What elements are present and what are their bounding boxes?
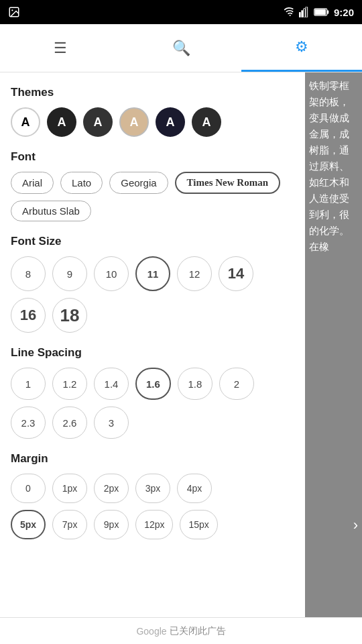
size-16[interactable]: 16 bbox=[11, 298, 46, 333]
time-display: 9:20 bbox=[334, 7, 354, 18]
font-times-new-roman[interactable]: Times New Roman bbox=[175, 172, 280, 194]
settings-panel: Themes A A A A A A Font Arial Lato Georg… bbox=[0, 72, 305, 617]
spacing-2-3[interactable]: 2.3 bbox=[11, 407, 46, 439]
spacing-3[interactable]: 3 bbox=[94, 407, 129, 439]
font-title: Font bbox=[11, 150, 294, 164]
font-size-row: 8 9 10 11 12 14 16 18 bbox=[11, 256, 294, 333]
font-size-title: Font Size bbox=[11, 235, 294, 248]
nav-bar: ☰ 🔍 ⚙ bbox=[0, 24, 362, 72]
signal-icon bbox=[299, 7, 310, 17]
theme-tan[interactable]: A bbox=[119, 107, 149, 137]
themes-title: Themes bbox=[11, 86, 294, 99]
theme-dark3[interactable]: A bbox=[156, 107, 185, 137]
svg-rect-5 bbox=[304, 9, 306, 17]
theme-dark2[interactable]: A bbox=[83, 107, 113, 137]
spacing-1[interactable]: 1 bbox=[11, 368, 46, 400]
font-georgia[interactable]: Georgia bbox=[109, 172, 168, 194]
margin-4px[interactable]: 4px bbox=[177, 474, 212, 503]
ad-text: 已关闭此广告 bbox=[170, 625, 226, 637]
spacing-1-6[interactable]: 1.6 bbox=[135, 368, 171, 400]
settings-icon: ⚙ bbox=[295, 38, 308, 56]
margin-1px[interactable]: 1px bbox=[52, 474, 87, 503]
nav-tab-settings[interactable]: ⚙ bbox=[241, 24, 362, 72]
size-10[interactable]: 10 bbox=[94, 256, 129, 291]
search-icon: 🔍 bbox=[172, 40, 190, 57]
svg-point-1 bbox=[11, 9, 13, 11]
font-arial[interactable]: Arial bbox=[11, 172, 54, 194]
status-right-icons: 9:20 bbox=[284, 7, 354, 18]
battery-icon bbox=[314, 7, 330, 17]
spacing-2-6[interactable]: 2.6 bbox=[52, 407, 87, 439]
side-panel-text: 铁制零框架的板，变具做成金属，成树脂，通过原料、如红木和人造使受到利，很的化学。… bbox=[309, 80, 349, 252]
image-icon bbox=[8, 6, 20, 18]
size-18[interactable]: 18 bbox=[52, 298, 87, 333]
side-panel: 铁制零框架的板，变具做成金属，成树脂，通过原料、如红木和人造使受到利，很的化学。… bbox=[305, 72, 362, 617]
svg-rect-8 bbox=[327, 10, 329, 13]
svg-rect-9 bbox=[315, 9, 326, 15]
margin-12px[interactable]: 12px bbox=[135, 510, 173, 539]
theme-dark4[interactable]: A bbox=[192, 107, 221, 137]
menu-icon: ☰ bbox=[54, 40, 67, 57]
font-lato[interactable]: Lato bbox=[60, 172, 103, 194]
line-spacing-row: 1 1.2 1.4 1.6 1.8 2 2.3 2.6 3 bbox=[11, 368, 294, 439]
main-content: Themes A A A A A A Font Arial Lato Georg… bbox=[0, 72, 362, 617]
theme-white[interactable]: A bbox=[11, 107, 40, 137]
margin-0[interactable]: 0 bbox=[11, 474, 46, 503]
spacing-1-8[interactable]: 1.8 bbox=[178, 368, 213, 400]
size-9[interactable]: 9 bbox=[52, 256, 87, 291]
margin-15px[interactable]: 15px bbox=[180, 510, 217, 539]
size-14[interactable]: 14 bbox=[219, 256, 253, 291]
theme-dark1[interactable]: A bbox=[47, 107, 76, 137]
svg-rect-3 bbox=[299, 12, 301, 17]
margin-row-2: 5px 7px 9px 12px 15px bbox=[11, 510, 294, 539]
ad-google-label: Google bbox=[136, 626, 166, 637]
size-8[interactable]: 8 bbox=[11, 256, 46, 291]
ad-bar: Google 已关闭此广告 bbox=[0, 617, 362, 644]
spacing-1-4[interactable]: 1.4 bbox=[94, 368, 129, 400]
svg-rect-4 bbox=[301, 10, 303, 17]
line-spacing-title: Line Spacing bbox=[11, 346, 294, 360]
wifi-icon bbox=[284, 7, 295, 17]
margin-7px[interactable]: 7px bbox=[52, 510, 87, 539]
margin-2px[interactable]: 2px bbox=[94, 474, 129, 503]
nav-tab-menu[interactable]: ☰ bbox=[0, 24, 121, 72]
side-panel-arrow[interactable]: › bbox=[353, 513, 358, 537]
theme-row: A A A A A A bbox=[11, 107, 294, 137]
font-arbutus-slab[interactable]: Arbutus Slab bbox=[11, 201, 91, 221]
margin-title: Margin bbox=[11, 452, 294, 466]
spacing-1-2[interactable]: 1.2 bbox=[52, 368, 87, 400]
margin-3px[interactable]: 3px bbox=[135, 474, 170, 503]
margin-row-1: 0 1px 2px 3px 4px bbox=[11, 474, 294, 503]
status-bar: 9:20 bbox=[0, 0, 362, 24]
margin-5px[interactable]: 5px bbox=[11, 510, 46, 539]
margin-9px[interactable]: 9px bbox=[94, 510, 129, 539]
svg-point-2 bbox=[290, 15, 291, 16]
size-11[interactable]: 11 bbox=[135, 256, 170, 291]
nav-tab-search[interactable]: 🔍 bbox=[121, 24, 241, 72]
spacing-2[interactable]: 2 bbox=[219, 368, 254, 400]
svg-rect-6 bbox=[306, 7, 308, 17]
status-left-icons bbox=[8, 6, 20, 18]
font-row: Arial Lato Georgia Times New Roman Arbut… bbox=[11, 172, 294, 221]
size-12[interactable]: 12 bbox=[177, 256, 212, 291]
